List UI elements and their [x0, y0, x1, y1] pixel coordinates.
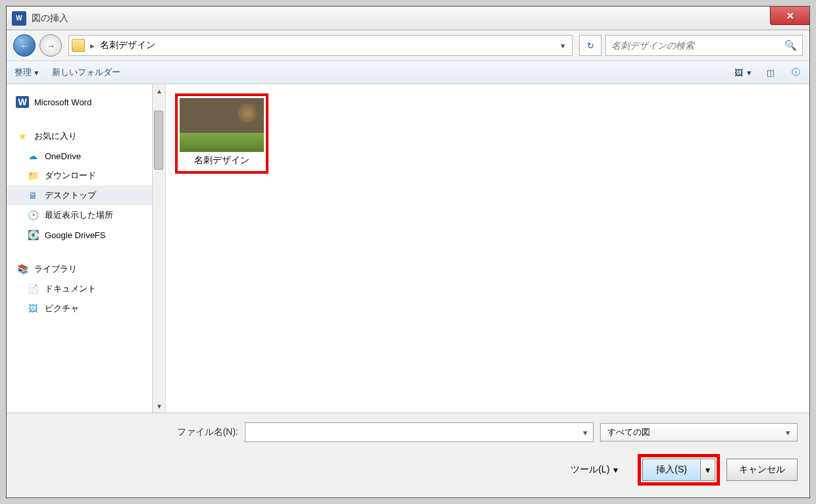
word-app-icon: W: [12, 11, 26, 26]
sidebar: W Microsoft Word ★ お気に入り ☁ OneDrive 📁 ダウ…: [7, 84, 166, 413]
chevron-down-icon[interactable]: ▾: [583, 428, 588, 438]
highlight-insert: 挿入(S) ▾: [638, 454, 720, 486]
sidebar-item-word[interactable]: W Microsoft Word: [7, 92, 153, 112]
filetype-dropdown[interactable]: すべての図 ▾: [600, 423, 798, 441]
refresh-icon: ↻: [587, 41, 594, 51]
close-icon: ✕: [786, 11, 794, 21]
chevron-down-icon: ▾: [613, 465, 618, 475]
insert-picture-dialog: W 図の挿入 ✕ ← → ▸ 名刺デザイン ▾ ↻ 🔍 整理 ▾: [6, 6, 810, 498]
document-icon: 📄: [26, 283, 39, 295]
chevron-down-icon: ▾: [786, 428, 790, 438]
cancel-button[interactable]: キャンセル: [727, 459, 798, 481]
file-list[interactable]: 名刺デザイン: [166, 84, 809, 413]
sidebar-scrollbar[interactable]: ▲ ▼: [152, 84, 165, 413]
desktop-icon: 🖥: [26, 189, 39, 201]
google-drive-icon: 💽: [26, 229, 39, 241]
sidebar-item-gdrive[interactable]: 💽 Google DriveFS: [7, 225, 153, 245]
scroll-up-arrow[interactable]: ▲: [153, 84, 166, 97]
breadcrumb-folder[interactable]: 名刺デザイン: [95, 39, 161, 51]
file-item-selected[interactable]: 名刺デザイン: [175, 93, 268, 174]
chevron-down-icon[interactable]: ▾: [700, 459, 715, 480]
star-icon: ★: [16, 130, 29, 142]
back-button[interactable]: ←: [13, 34, 36, 57]
title-bar: W 図の挿入 ✕: [7, 7, 809, 30]
picture-view-icon: 🖼: [732, 66, 744, 78]
preview-pane-button[interactable]: ◫: [765, 66, 777, 78]
refresh-button[interactable]: ↻: [579, 35, 601, 56]
sidebar-item-desktop[interactable]: 🖥 デスクトップ: [7, 186, 153, 205]
main-area: W Microsoft Word ★ お気に入り ☁ OneDrive 📁 ダウ…: [7, 84, 809, 413]
sidebar-item-documents[interactable]: 📄 ドキュメント: [7, 279, 153, 299]
sidebar-item-onedrive[interactable]: ☁ OneDrive: [7, 146, 153, 166]
sidebar-item-library[interactable]: 📚 ライブラリ: [7, 259, 153, 279]
help-button[interactable]: ⓘ: [790, 66, 802, 78]
filename-input[interactable]: ▾: [245, 422, 594, 442]
scroll-thumb[interactable]: [154, 111, 163, 170]
preview-pane-icon: ◫: [765, 66, 777, 78]
library-icon: 📚: [16, 263, 29, 275]
search-box[interactable]: 🔍: [605, 35, 803, 56]
chevron-down-icon: ▾: [34, 68, 39, 78]
dialog-title: 図の挿入: [32, 13, 68, 24]
organize-menu[interactable]: 整理 ▾: [14, 66, 39, 78]
sidebar-item-downloads[interactable]: 📁 ダウンロード: [7, 166, 153, 186]
chevron-right-icon: ▸: [90, 41, 95, 51]
folder-icon: [72, 39, 85, 52]
arrow-left-icon: ←: [20, 41, 29, 51]
word-icon: W: [16, 96, 29, 108]
search-input[interactable]: [611, 40, 784, 51]
sidebar-item-favorites[interactable]: ★ お気に入り: [7, 126, 153, 146]
address-dropdown[interactable]: ▾: [557, 41, 569, 51]
sidebar-item-recent[interactable]: 🕑 最近表示した場所: [7, 205, 153, 225]
address-bar[interactable]: ▸ 名刺デザイン ▾: [68, 35, 573, 56]
tools-menu[interactable]: ツール(L) ▾: [571, 464, 618, 476]
arrow-right-icon: →: [47, 41, 55, 51]
footer: ファイル名(N): ▾ すべての図 ▾ ツール(L) ▾ 挿入(S) ▾ キャン…: [7, 413, 809, 497]
filename-label: ファイル名(N):: [177, 426, 238, 438]
insert-button[interactable]: 挿入(S) ▾: [642, 459, 715, 481]
close-button[interactable]: ✕: [770, 7, 809, 25]
help-icon: ⓘ: [790, 66, 802, 78]
file-thumbnail: [180, 98, 264, 152]
sidebar-item-pictures[interactable]: 🖼 ピクチャ: [7, 299, 153, 318]
forward-button[interactable]: →: [39, 34, 62, 57]
recent-places-icon: 🕑: [26, 209, 39, 221]
pictures-icon: 🖼: [26, 303, 39, 315]
scroll-down-arrow[interactable]: ▼: [153, 399, 166, 413]
toolbar: 整理 ▾ 新しいフォルダー 🖼 ▾ ◫ ⓘ: [7, 61, 809, 84]
search-icon: 🔍: [784, 39, 797, 51]
onedrive-icon: ☁: [26, 150, 39, 162]
nav-bar: ← → ▸ 名刺デザイン ▾ ↻ 🔍: [7, 30, 809, 61]
new-folder-button[interactable]: 新しいフォルダー: [52, 66, 120, 78]
download-folder-icon: 📁: [26, 170, 39, 182]
file-name: 名刺デザイン: [180, 152, 264, 169]
chevron-down-icon: ▾: [747, 68, 752, 78]
view-options[interactable]: 🖼 ▾: [732, 66, 752, 78]
